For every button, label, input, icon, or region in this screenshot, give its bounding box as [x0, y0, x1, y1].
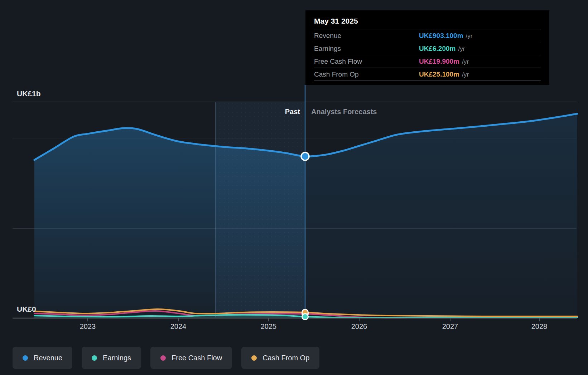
tooltip-value-revenue: UK£903.100m [419, 32, 463, 40]
legend-toggle-cash-from-op[interactable]: Cash From Op [241, 347, 319, 369]
x-axis-label-2026: 2026 [341, 322, 377, 331]
legend-label: Free Cash Flow [172, 354, 222, 362]
tooltip-value-cash-from-op: UK£25.100m [419, 70, 459, 78]
hover-tooltip: May 31 2025 Revenue UK£903.100m /yr Earn… [305, 10, 549, 85]
y-axis-label-top: UK£1b [17, 89, 41, 98]
revenue-area-past [34, 128, 305, 318]
x-axis-label-2023: 2023 [70, 322, 106, 331]
free-cash-flow-dot-icon [160, 355, 166, 361]
cash-from-op-dot-icon [251, 355, 257, 361]
legend-label: Earnings [103, 354, 131, 362]
tooltip-unit: /yr [462, 58, 469, 65]
x-axis-label-2027: 2027 [432, 322, 468, 331]
tooltip-label: Free Cash Flow [314, 58, 419, 65]
legend: Revenue Earnings Free Cash Flow Cash Fro… [13, 347, 319, 369]
legend-toggle-earnings[interactable]: Earnings [82, 347, 141, 369]
earnings-revenue-chart: UK£1b UK£0 2023 2024 2025 2026 2027 2028… [0, 0, 588, 375]
x-axis-label-2025: 2025 [251, 322, 286, 331]
tooltip-value-earnings: UK£6.200m [419, 45, 456, 53]
analysts-forecasts-section-label: Analysts Forecasts [311, 108, 377, 116]
revenue-dot-icon [23, 355, 28, 361]
tooltip-value-free-cash-flow: UK£19.900m [419, 58, 459, 65]
legend-toggle-revenue[interactable]: Revenue [13, 347, 72, 369]
revenue-marker[interactable] [301, 152, 309, 160]
tooltip-date: May 31 2025 [314, 14, 541, 29]
tooltip-label: Earnings [314, 45, 419, 53]
tooltip-unit: /yr [466, 33, 473, 40]
y-axis-label-zero: UK£0 [17, 305, 36, 313]
tooltip-row-earnings: Earnings UK£6.200m /yr [314, 42, 541, 55]
legend-label: Cash From Op [262, 354, 309, 362]
tooltip-row-cash-from-op: Cash From Op UK£25.100m /yr [314, 68, 541, 81]
tooltip-unit: /yr [458, 45, 465, 53]
legend-label: Revenue [34, 354, 62, 362]
revenue-area-forecast [305, 114, 577, 318]
tooltip-row-free-cash-flow: Free Cash Flow UK£19.900m /yr [314, 55, 541, 68]
earnings-dot-icon [92, 355, 97, 361]
tooltip-row-revenue: Revenue UK£903.100m /yr [314, 29, 541, 42]
past-section-label: Past [228, 108, 300, 116]
legend-toggle-free-cash-flow[interactable]: Free Cash Flow [150, 347, 232, 369]
x-axis-label-2028: 2028 [521, 322, 557, 331]
earnings-marker[interactable] [302, 314, 308, 320]
tooltip-label: Cash From Op [314, 70, 419, 78]
x-axis-label-2024: 2024 [160, 322, 196, 331]
tooltip-unit: /yr [462, 71, 469, 78]
tooltip-label: Revenue [314, 32, 419, 40]
